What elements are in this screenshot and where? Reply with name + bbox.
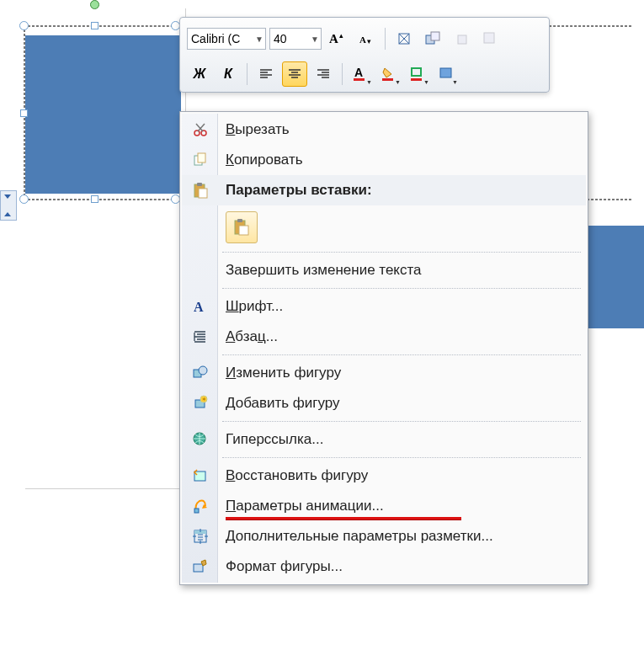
menu-hyperlink-label: Гиперссылка... bbox=[226, 431, 323, 448]
resize-handle-w[interactable] bbox=[20, 109, 28, 117]
larger-shape-icon bbox=[425, 31, 440, 46]
align-left-button[interactable] bbox=[253, 61, 279, 87]
italic-button[interactable]: К bbox=[216, 61, 241, 87]
svg-rect-24 bbox=[239, 226, 248, 235]
font-size-combo[interactable]: ▼ bbox=[269, 28, 322, 50]
menu-add-shape[interactable]: ✶ Добавить фигуру bbox=[182, 388, 586, 418]
font-size-dropdown[interactable]: ▼ bbox=[309, 35, 321, 44]
reset-shape-icon bbox=[189, 465, 211, 487]
svg-rect-6 bbox=[431, 32, 439, 40]
menu-separator bbox=[222, 421, 581, 422]
larger-shape-button[interactable] bbox=[420, 26, 445, 51]
svg-rect-13 bbox=[411, 78, 422, 81]
svg-rect-32 bbox=[194, 472, 205, 481]
menu-separator bbox=[222, 354, 581, 355]
menu-animation-params[interactable]: Параметры анимации... bbox=[182, 491, 586, 521]
menu-font[interactable]: A Шрифт... bbox=[182, 291, 586, 322]
font-name-combo[interactable]: ▼ bbox=[187, 28, 266, 50]
svg-text:▾: ▾ bbox=[367, 37, 371, 45]
svg-point-15 bbox=[194, 131, 200, 136]
ruler-indent-marker[interactable] bbox=[0, 190, 17, 221]
svg-rect-37 bbox=[194, 564, 203, 572]
svg-text:A: A bbox=[329, 32, 338, 45]
paste-options-row bbox=[182, 205, 586, 249]
svg-rect-11 bbox=[382, 78, 393, 81]
menu-reset-shape-label: Восстановить фигуру bbox=[226, 467, 368, 484]
format-shape-icon bbox=[189, 556, 211, 578]
shrink-font-icon: A▾ bbox=[358, 31, 375, 46]
resize-handle-nw[interactable] bbox=[19, 21, 29, 30]
shape-fill-button[interactable]: ▼ bbox=[377, 61, 402, 87]
svg-rect-14 bbox=[440, 68, 451, 77]
dropdown-caret-icon[interactable]: ▼ bbox=[366, 79, 372, 85]
svg-text:✶: ✶ bbox=[201, 396, 207, 403]
menu-font-label: Шрифт... bbox=[226, 298, 283, 315]
animation-icon bbox=[189, 495, 211, 517]
grow-font-button[interactable]: A▴ bbox=[325, 26, 350, 51]
svg-rect-20 bbox=[197, 183, 202, 186]
rotate-handle[interactable] bbox=[90, 0, 99, 9]
smaller-shape-icon bbox=[454, 31, 469, 46]
align-left-icon bbox=[258, 67, 274, 81]
svg-rect-8 bbox=[484, 33, 494, 43]
paragraph-icon bbox=[189, 326, 211, 348]
autofit-button[interactable] bbox=[391, 26, 417, 51]
toolbar-separator bbox=[342, 63, 343, 85]
menu-format-shape[interactable]: Формат фигуры... bbox=[182, 551, 586, 582]
right-to-left-button bbox=[477, 26, 503, 51]
menu-layout-params-label: Дополнительные параметры разметки... bbox=[226, 528, 493, 545]
resize-handle-n[interactable] bbox=[91, 22, 98, 29]
paste-option-keep-source[interactable] bbox=[226, 211, 258, 243]
shrink-font-button[interactable]: A▾ bbox=[354, 26, 379, 51]
menu-add-shape-label: Добавить фигуру bbox=[226, 395, 340, 412]
svg-rect-23 bbox=[237, 219, 242, 222]
font-color-button[interactable]: A ▼ bbox=[349, 61, 374, 87]
resize-handle-s[interactable] bbox=[91, 195, 98, 203]
menu-separator bbox=[222, 457, 581, 458]
change-shape-icon bbox=[189, 362, 211, 384]
copy-icon bbox=[189, 149, 211, 171]
italic-icon: К bbox=[224, 67, 232, 82]
menu-cut[interactable]: Вырезать bbox=[182, 115, 586, 145]
menu-change-shape[interactable]: Изменить фигуру bbox=[182, 358, 586, 388]
font-name-dropdown[interactable]: ▼ bbox=[253, 35, 265, 44]
smaller-shape-button bbox=[449, 26, 474, 51]
menu-layout-params[interactable]: Дополнительные параметры разметки... bbox=[182, 521, 586, 551]
svg-rect-18 bbox=[198, 153, 205, 163]
shape-outline-button[interactable]: ▼ bbox=[406, 61, 431, 87]
dropdown-caret-icon[interactable]: ▼ bbox=[395, 79, 401, 85]
svg-point-27 bbox=[199, 366, 207, 375]
svg-rect-34 bbox=[194, 509, 199, 513]
align-center-icon bbox=[287, 67, 302, 81]
font-name-input[interactable] bbox=[188, 29, 253, 48]
menu-copy-label: Копировать bbox=[226, 152, 303, 168]
menu-finish-text-edit-label: Завершить изменение текста bbox=[226, 262, 422, 279]
align-center-button[interactable] bbox=[282, 61, 307, 87]
menu-copy[interactable]: Копировать bbox=[182, 145, 586, 175]
layout-icon bbox=[189, 525, 211, 547]
paste-icon bbox=[189, 179, 211, 201]
bold-button[interactable]: Ж bbox=[187, 61, 212, 87]
menu-animation-params-label: Параметры анимации... bbox=[226, 498, 384, 514]
hyperlink-icon bbox=[189, 429, 211, 450]
bold-icon: Ж bbox=[194, 67, 206, 82]
svg-text:A: A bbox=[194, 300, 204, 314]
dropdown-caret-icon[interactable]: ▼ bbox=[452, 79, 458, 85]
menu-paste-options-header: Параметры вставки: bbox=[182, 175, 586, 205]
svg-text:A: A bbox=[359, 35, 366, 45]
font-size-input[interactable] bbox=[270, 29, 309, 48]
grow-font-icon: A▴ bbox=[329, 31, 346, 46]
selected-shape[interactable] bbox=[25, 35, 181, 194]
align-right-button[interactable] bbox=[311, 61, 336, 87]
shape-style-button[interactable]: ▼ bbox=[434, 61, 460, 87]
resize-handle-sw[interactable] bbox=[19, 194, 29, 204]
dropdown-caret-icon[interactable]: ▼ bbox=[423, 79, 429, 85]
cut-icon bbox=[189, 119, 211, 141]
mini-toolbar: ▼ ▼ A▴ A▾ Ж К bbox=[179, 17, 550, 93]
svg-text:A: A bbox=[354, 66, 363, 79]
menu-hyperlink[interactable]: Гиперссылка... bbox=[182, 424, 586, 455]
menu-paste-options-label: Параметры вставки: bbox=[226, 182, 372, 199]
menu-paragraph[interactable]: Абзац... bbox=[182, 322, 586, 352]
menu-reset-shape[interactable]: Восстановить фигуру bbox=[182, 461, 586, 491]
menu-finish-text-edit[interactable]: Завершить изменение текста bbox=[182, 255, 586, 285]
